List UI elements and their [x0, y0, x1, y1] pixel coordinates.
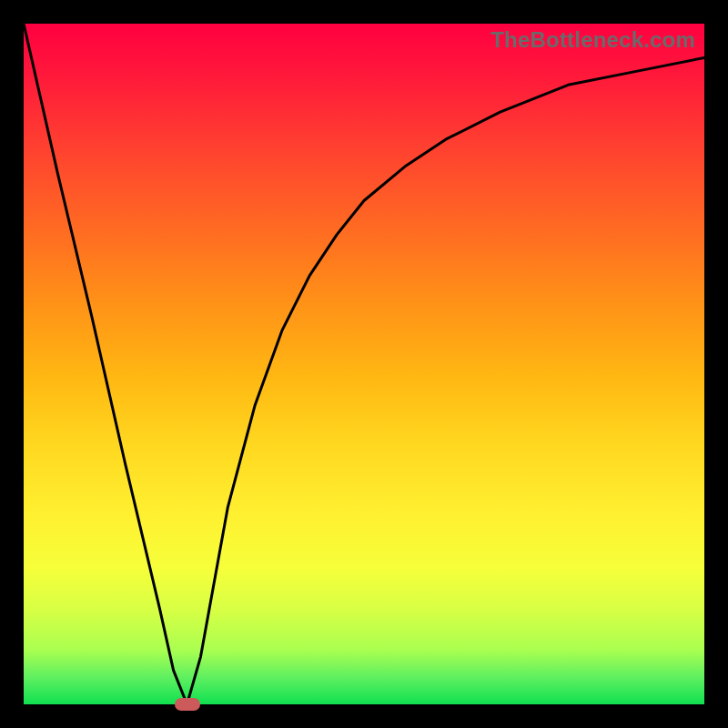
- watermark: TheBottleneck.com: [490, 27, 695, 53]
- curve-path: [24, 24, 704, 704]
- plot-area: TheBottleneck.com: [24, 24, 704, 704]
- curve-svg: [24, 24, 704, 704]
- chart-frame: TheBottleneck.com: [0, 0, 728, 728]
- minimum-marker: [175, 698, 200, 711]
